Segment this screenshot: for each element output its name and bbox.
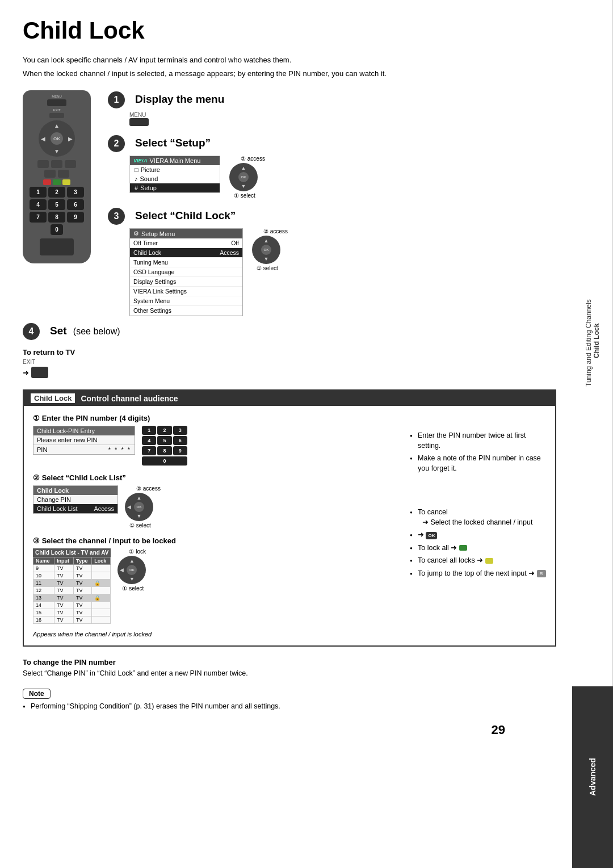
kp-1: 1 [142,426,156,435]
step2-nav: ▲ ▼ OK [229,163,258,191]
num-1: 1 [30,187,47,198]
sidebar-bottom-label: Advanced [572,686,613,868]
menu-row-offtimer: Off Timer Off [130,238,242,248]
substep-2: ② Select “Child Lock List” Child Lock Ch… [33,473,398,529]
step3-menu-header: ⚙ Setup Menu [130,229,242,238]
menu-row-setup: # Setup [130,183,220,192]
num-2: 2 [48,187,65,198]
nav2-down: ▼ [241,183,246,189]
step2-access-label: ② access [241,156,265,162]
nav-left-arrow: ◀ [41,136,45,142]
step3-menu-box: ⚙ Setup Menu Off Timer Off Child Lock Ac… [129,228,243,316]
nav3-down: ▼ [264,256,269,262]
step-1: 1 Display the menu MENU [108,90,556,126]
red-button [43,179,51,185]
substep3-ok: OK [127,565,137,575]
kp-6: 6 [173,436,187,445]
note-section: Note Performing “Shipping Condition” (p.… [23,688,556,712]
nav-circle: ▲ ▼ ◀ ▶ OK [39,120,75,157]
nav-right-arrow: ▶ [68,136,73,142]
ok-button: OK [51,132,63,145]
step-3: 3 Select “Child Lock” ⚙ Setup Menu Off T… [108,207,556,316]
nav3-ok: OK [261,245,271,255]
num-keypad-visual: 1 2 3 4 5 6 7 8 9 0 [142,426,187,466]
cl-table-header: Child Lock List - TV and AV [33,548,111,557]
cl-table-container: Child Lock List - TV and AV Name Input T… [33,548,111,627]
kp-4: 4 [142,436,156,445]
remote-btn-3 [65,160,76,168]
num-8: 8 [48,212,65,223]
kp-8: 8 [157,446,171,455]
num-6: 6 [67,199,84,210]
substep2-select: ① select [129,522,151,529]
nav-up-arrow: ▲ [54,123,60,129]
menu-visual-btn [129,118,149,126]
step2-menu-box: VIErA VIERA Main Menu □ Picture ♪ Sound [129,156,220,193]
step3-access-label: ② access [263,228,288,234]
kp-7: 7 [142,446,156,455]
note-bullet: Performing “Shipping Condition” (p. 31) … [23,702,556,712]
kp-3: 3 [173,426,187,435]
substep3-bullets: To cancel ➜ Select the locked channel / … [410,508,546,578]
num-7: 7 [30,212,47,223]
pin-input-row: PIN * * * * [33,445,135,454]
kp-0: 0 [142,456,187,466]
substep1-bullets: Enter the PIN number twice at first sett… [410,431,546,473]
green-button [53,179,61,185]
cl-row-list: Child Lock List Access [33,504,117,513]
step-2-number: 2 [108,135,125,152]
menu-row-childlock: Child Lock Access [130,248,242,258]
cl-row-changepin: Change PIN [33,495,117,504]
yellow-btn-indicator [485,558,493,564]
cl-table: Name Input Type Lock 9TVTV10TVTV11TVTV🔒1… [33,557,111,624]
right-sidebar: Tuning and Editing Channels Child Lock A… [572,0,613,868]
menu-row-sound: ♪ Sound [130,174,220,183]
step-4: 4 Set (see below) [23,322,556,340]
menu-row-display: Display Settings [130,277,242,287]
childlock-header: Child Lock Control channel audience [24,391,555,406]
menu-label-text: MENU [129,112,556,118]
remote-btn-4 [44,170,56,178]
childlock-section: Child Lock Control channel audience ① En… [23,389,556,647]
substep2-nav: ▲ ▼ ◀ OK [125,493,153,521]
num-4: 4 [30,199,47,210]
exit-visual-btn [31,367,48,378]
step-3-title: Select “Child Lock” [135,209,236,222]
step-3-number: 3 [108,208,125,225]
menu-row-osd: OSD Language [130,267,242,277]
step-2-title: Select “Setup” [135,137,211,149]
exit-label: EXIT [26,108,87,112]
green-btn-indicator [459,545,467,551]
num-0: 0 [51,224,63,235]
substep-1: ① Enter the PIN number (4 digits) Child … [33,414,398,466]
menu-label: MENU [26,95,87,98]
menu-row-tuning: Tuning Menu [130,258,242,267]
menu-button [47,99,66,106]
arrow-indicator: ➜ [23,368,29,377]
childlock-menu-box: Child Lock Change PIN Child Lock List Ac… [33,485,118,514]
step-1-number: 1 [108,91,125,108]
menu-row-picture: □ Picture [130,165,220,174]
yellow-button [62,179,70,185]
remote-btn-5 [58,170,69,178]
exit-button [49,113,64,118]
kp-9: 9 [173,446,187,455]
nav3-up: ▲ [264,238,269,244]
step3-nav: ▲ ▼ OK [252,236,280,264]
substep2-ok: OK [134,502,144,512]
step-4-title: Set (see below) [50,325,120,337]
col-name: Name [33,557,54,565]
step-2: 2 Select “Setup” VIErA VIERA Main Menu □ [108,134,556,199]
kp-2: 2 [157,426,171,435]
nav2-up: ▲ [241,165,246,171]
step-1-title: Display the menu [135,93,224,106]
page-title: Child Lock [23,17,556,44]
menu-row-viera: VIERA Link Settings [130,287,242,296]
substep3-select: ① select [122,585,144,592]
num-5: 5 [48,199,65,210]
appears-text: Appears when the channel / input is lock… [33,631,398,638]
sidebar-top-label: Tuning and Editing Channels Child Lock [572,0,613,686]
menu-row-other: Other Settings [130,306,242,316]
col-input: Input [54,557,73,565]
num-9: 9 [67,212,84,223]
